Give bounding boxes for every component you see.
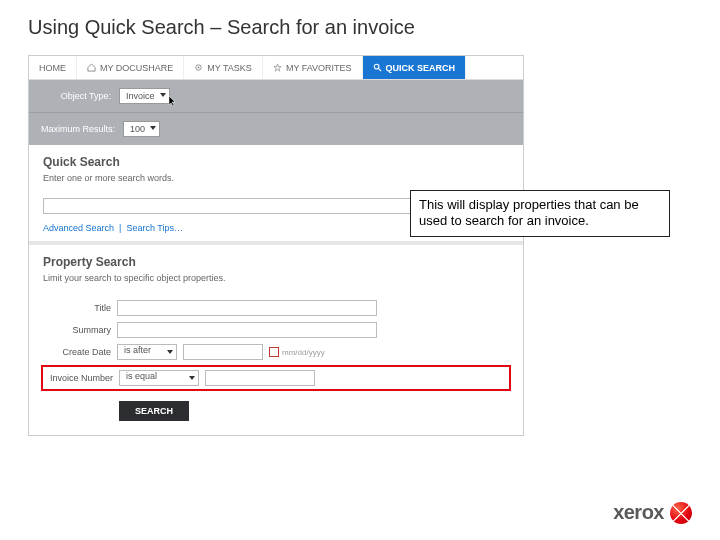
xerox-sphere-icon: [670, 502, 692, 524]
search-tips-link[interactable]: Search Tips…: [126, 223, 183, 233]
nav-docushare-label: MY DOCUSHARE: [100, 63, 173, 73]
property-search-section: Property Search Limit your search to spe…: [29, 245, 523, 297]
prop-create-date-label: Create Date: [43, 347, 111, 357]
calendar-icon[interactable]: [269, 347, 279, 357]
callout-box: This will display properties that can be…: [410, 190, 670, 237]
prop-invoice-number-op-value: is equal: [126, 371, 157, 381]
nav-favorites-label: MY FAVORITES: [286, 63, 352, 73]
date-format-hint: mm/dd/yyyy: [282, 348, 325, 357]
chevron-down-icon: [150, 126, 156, 130]
quick-search-heading: Quick Search: [43, 155, 509, 169]
app-frame: HOME MY DOCUSHARE MY TASKS MY FAVORITES …: [28, 55, 524, 436]
object-type-label: Object Type:: [41, 91, 111, 101]
object-type-select[interactable]: Invoice: [119, 88, 170, 104]
prop-create-date-row: Create Date is after mm/dd/yyyy: [29, 341, 523, 363]
svg-line-3: [378, 68, 381, 71]
nav-tasks-label: MY TASKS: [207, 63, 252, 73]
cursor-icon: [168, 95, 178, 107]
chevron-down-icon: [189, 376, 195, 380]
nav-home[interactable]: HOME: [29, 56, 77, 79]
invoice-number-highlight: Invoice Number is equal: [41, 365, 511, 391]
slide-title: Using Quick Search – Search for an invoi…: [0, 0, 720, 47]
prop-invoice-number-op[interactable]: is equal: [119, 370, 199, 386]
prop-title-label: Title: [43, 303, 111, 313]
star-icon: [273, 63, 282, 72]
quick-search-input[interactable]: [43, 198, 439, 214]
max-results-label: Maximum Results:: [41, 124, 115, 134]
advanced-search-link[interactable]: Advanced Search: [43, 223, 114, 233]
prop-create-date-op-value: is after: [124, 345, 151, 355]
date-hint: mm/dd/yyyy: [269, 347, 325, 357]
prop-invoice-number-input[interactable]: [205, 370, 315, 386]
max-results-value: 100: [130, 124, 145, 134]
chevron-down-icon: [167, 350, 173, 354]
prop-create-date-input[interactable]: [183, 344, 263, 360]
prop-create-date-op[interactable]: is after: [117, 344, 177, 360]
property-search-heading: Property Search: [43, 255, 509, 269]
object-type-bar: Object Type: Invoice: [29, 80, 523, 112]
nav-home-label: HOME: [39, 63, 66, 73]
nav-tasks[interactable]: MY TASKS: [184, 56, 263, 79]
prop-title-input[interactable]: [117, 300, 377, 316]
callout-text: This will display properties that can be…: [419, 197, 639, 228]
gear-icon: [194, 63, 203, 72]
chevron-down-icon: [160, 93, 166, 97]
prop-invoice-number-label: Invoice Number: [45, 373, 113, 383]
xerox-logo: xerox: [613, 501, 692, 524]
svg-point-1: [198, 67, 200, 69]
quick-search-sub: Enter one or more search words.: [43, 173, 509, 183]
nav-docushare[interactable]: MY DOCUSHARE: [77, 56, 184, 79]
property-search-button[interactable]: SEARCH: [119, 401, 189, 421]
max-results-bar: Maximum Results: 100: [29, 112, 523, 145]
prop-title-row: Title: [29, 297, 523, 319]
prop-summary-input[interactable]: [117, 322, 377, 338]
svg-point-2: [374, 64, 379, 69]
nav-favorites[interactable]: MY FAVORITES: [263, 56, 363, 79]
property-search-sub: Limit your search to specific object pro…: [43, 273, 509, 283]
object-type-value: Invoice: [126, 91, 155, 101]
top-nav: HOME MY DOCUSHARE MY TASKS MY FAVORITES …: [29, 56, 523, 80]
xerox-wordmark: xerox: [613, 501, 664, 524]
search-icon: [373, 63, 382, 72]
prop-summary-row: Summary: [29, 319, 523, 341]
prop-summary-label: Summary: [43, 325, 111, 335]
property-search-button-row: SEARCH: [29, 393, 523, 435]
nav-quick-search-label: QUICK SEARCH: [386, 63, 456, 73]
nav-quick-search[interactable]: QUICK SEARCH: [363, 56, 467, 79]
home-icon: [87, 63, 96, 72]
max-results-select[interactable]: 100: [123, 121, 160, 137]
